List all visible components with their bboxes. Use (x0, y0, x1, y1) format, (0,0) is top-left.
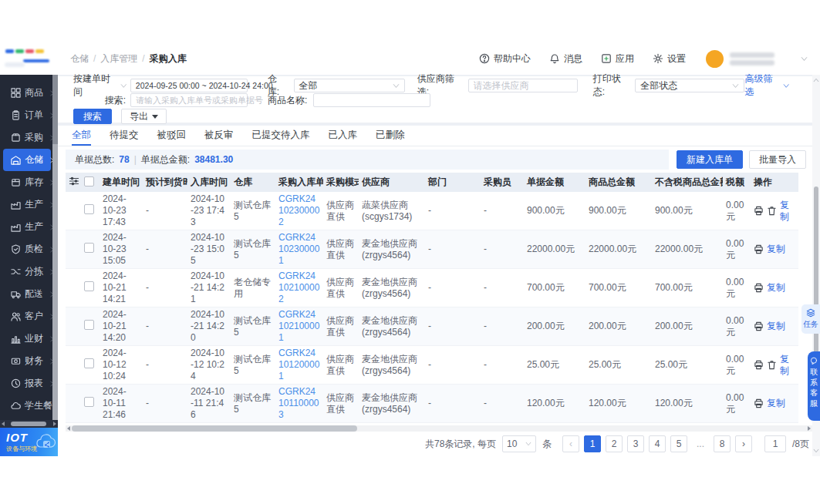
search-input[interactable]: 请输入采购入库单号或采购单据号 (130, 93, 248, 107)
sidebar-item-库存[interactable]: 库存 (3, 171, 51, 193)
sidebar-item-质检[interactable]: 质检 (3, 238, 51, 260)
mode-cell: 供应商直供 (323, 192, 359, 230)
copy-link[interactable]: 复制 (780, 200, 795, 223)
page-button-8[interactable]: 8 (714, 435, 731, 452)
tab-已提交待入库[interactable]: 已提交待入库 (252, 126, 310, 146)
row-checkbox[interactable] (84, 358, 94, 368)
sidebar-item-学生餐[interactable]: 学生餐 (3, 395, 51, 417)
trash-icon[interactable] (767, 206, 777, 216)
order-number-link[interactable]: CGRK24102300001 (278, 232, 319, 266)
scroll-right-icon[interactable] (808, 426, 811, 431)
column-header-_ops: 操作 (751, 173, 798, 192)
printer-icon[interactable] (754, 398, 764, 408)
breadcrumb-item[interactable]: 仓储 (70, 52, 89, 66)
order-number-link[interactable]: CGRK24102100001 (278, 309, 319, 343)
contact-support-widget[interactable]: 联系客服 (808, 351, 820, 421)
sidebar-item-财务[interactable]: 财务 (3, 350, 51, 372)
tab-全部[interactable]: 全部 (72, 126, 91, 146)
page-size-select[interactable]: 10 (502, 435, 536, 452)
row-checkbox[interactable] (84, 204, 94, 214)
table-row: 2024-10-23 17:43-2024-10-23 17:43测试仓库5CG… (66, 192, 798, 230)
help-center-button[interactable]: 帮助中心 (479, 52, 531, 66)
sidebar-item-报表[interactable]: 报表 (3, 372, 51, 395)
product-name-input[interactable] (313, 93, 430, 107)
tax-cell: 0.00元 (723, 307, 751, 346)
next-page-button[interactable]: › (735, 435, 752, 452)
sidebar-item-生产[interactable]: 生产 (3, 216, 51, 238)
create-inbound-button[interactable]: 新建入库单 (677, 150, 743, 169)
page-button-3[interactable]: 3 (627, 435, 644, 452)
row-checkbox[interactable] (84, 320, 94, 330)
row-checkbox[interactable] (84, 281, 94, 291)
copy-link[interactable]: 复制 (780, 354, 795, 377)
page-button-1[interactable]: 1 (584, 435, 601, 452)
apps-button[interactable]: 应用 (601, 52, 634, 66)
order-number-link[interactable]: CGRK24102100002 (278, 270, 319, 304)
breadcrumb-item[interactable]: 入库管理 (100, 52, 137, 66)
table-horizontal-scrollbar[interactable] (66, 425, 812, 432)
page-button-2[interactable]: 2 (606, 435, 623, 452)
sidebar-item-客户[interactable]: 客户 (3, 305, 51, 328)
sidebar-vertical-scrollbar[interactable] (52, 75, 58, 420)
tasks-widget[interactable]: 任务 (801, 304, 820, 334)
supplier-select[interactable]: 请选择供应商 (468, 79, 578, 92)
export-button[interactable]: 导出 (121, 109, 167, 124)
column-settings-icon[interactable] (69, 176, 79, 186)
scroll-up-icon[interactable] (813, 77, 819, 83)
sidebar-item-配送[interactable]: 配送 (3, 283, 51, 305)
messages-button[interactable]: 消息 (549, 52, 582, 66)
trash-icon[interactable] (767, 360, 777, 370)
user-menu[interactable] (706, 50, 808, 68)
row-checkbox[interactable] (84, 397, 94, 407)
scroll-down-icon[interactable] (813, 448, 819, 454)
page-button-4[interactable]: 4 (649, 435, 666, 452)
printer-icon[interactable] (754, 283, 764, 293)
tab-已删除[interactable]: 已删除 (376, 126, 405, 146)
printer-icon[interactable] (754, 360, 764, 370)
copy-link[interactable]: 复制 (767, 398, 785, 409)
sidebar-item-生产[interactable]: 生产 (3, 193, 51, 216)
product-name-label: 商品名称: (268, 94, 307, 107)
select-all-header (81, 173, 100, 192)
bulk-import-button[interactable]: 批量导入 (749, 150, 806, 169)
sidebar-item-分拣[interactable]: 分拣 (3, 260, 51, 283)
tab-待提交[interactable]: 待提交 (110, 126, 139, 146)
sidebar-item-采购[interactable]: 采购 (3, 126, 51, 149)
scroll-right-icon[interactable] (53, 422, 56, 426)
order-number-link[interactable]: CGRK24102300002 (278, 193, 319, 227)
tab-被驳回[interactable]: 被驳回 (157, 126, 187, 146)
copy-link[interactable]: 复制 (767, 244, 785, 255)
avatar (706, 50, 724, 68)
iot-banner[interactable]: IOT 设备与环境 (0, 428, 58, 456)
prev-page-button[interactable]: ‹ (562, 435, 579, 452)
printer-icon[interactable] (754, 206, 764, 216)
scroll-left-icon[interactable] (2, 422, 5, 426)
sidebar-item-订单[interactable]: 订单 (3, 104, 51, 126)
row-checkbox[interactable] (84, 243, 94, 253)
sidebar-item-业财[interactable]: 业财 (3, 328, 51, 350)
order-number-link[interactable]: CGRK24101100003 (278, 386, 319, 420)
order-number-link[interactable]: CGRK24101200001 (278, 348, 319, 381)
sidebar-item-商品[interactable]: 商品 (3, 82, 51, 104)
page-button-5[interactable]: 5 (670, 435, 687, 452)
date-range-input[interactable]: 2024-09-25 00:00 ~ 2024-10-24 24:00 (130, 79, 248, 92)
tab-被反审[interactable]: 被反审 (204, 126, 234, 146)
warehouse-select[interactable]: 全部 (294, 79, 405, 92)
scroll-left-icon[interactable] (67, 426, 70, 431)
select-all-checkbox[interactable] (84, 176, 94, 186)
advanced-filter-toggle[interactable]: 高级筛选 (744, 72, 789, 99)
settings-button[interactable]: 设置 (653, 52, 686, 66)
printer-icon[interactable] (754, 321, 764, 331)
print-status-select[interactable]: 全部状态 (635, 79, 744, 92)
scrollbar-thumb[interactable] (72, 425, 357, 432)
page-jump-input[interactable] (764, 435, 786, 452)
tab-已入库[interactable]: 已入库 (329, 126, 358, 146)
copy-link[interactable]: 复制 (767, 321, 785, 332)
goods-grid-icon (11, 88, 21, 98)
printer-icon[interactable] (754, 244, 764, 254)
sidebar-item-仓储[interactable]: 仓储 (3, 149, 51, 171)
search-button[interactable]: 搜索 (73, 109, 112, 124)
sidebar-horizontal-scrollbar[interactable] (0, 420, 58, 428)
copy-link[interactable]: 复制 (767, 282, 785, 294)
inbound-cell: 2024-10-11 21:46 (187, 385, 231, 423)
